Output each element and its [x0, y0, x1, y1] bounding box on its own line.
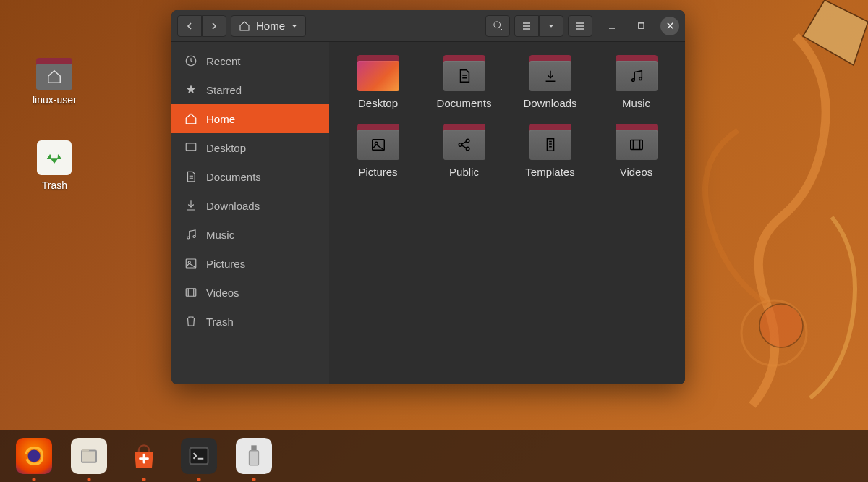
- svg-rect-18: [630, 140, 642, 150]
- desktop-icon-label: linux-user: [33, 94, 77, 106]
- dock-item-firefox[interactable]: [16, 438, 52, 474]
- sidebar-item-label: Desktop: [206, 142, 246, 154]
- sidebar-item-label: Trash: [206, 316, 234, 328]
- svg-point-7: [193, 236, 195, 238]
- folder-label: Downloads: [523, 97, 576, 109]
- back-button[interactable]: [177, 15, 202, 37]
- svg-rect-10: [186, 289, 196, 297]
- maximize-button[interactable]: [631, 17, 650, 35]
- svg-rect-5: [186, 143, 196, 151]
- document-icon: [456, 68, 472, 84]
- folder-music[interactable]: Music: [596, 55, 676, 109]
- sidebar-item-documents[interactable]: Documents: [171, 162, 329, 191]
- template-icon: [542, 137, 558, 153]
- hamburger-icon: [575, 21, 585, 31]
- sidebar: Recent Starred Home Desktop Documents Do…: [171, 42, 329, 384]
- path-bar[interactable]: Home: [231, 15, 306, 37]
- svg-rect-23: [251, 445, 256, 450]
- dock-item-terminal[interactable]: [181, 438, 217, 474]
- star-icon: [184, 83, 197, 96]
- svg-rect-3: [638, 23, 643, 28]
- minimize-button[interactable]: [603, 17, 621, 35]
- sidebar-item-downloads[interactable]: Downloads: [171, 191, 329, 220]
- chevron-left-icon: [185, 22, 194, 30]
- maximize-icon: [637, 22, 645, 30]
- desktop-icon: [184, 141, 197, 154]
- music-icon: [184, 228, 197, 241]
- desktop-icon-label: Trash: [42, 179, 67, 191]
- picture-icon: [184, 257, 197, 270]
- folder-label: Pictures: [358, 166, 397, 178]
- search-icon: [493, 20, 503, 31]
- sidebar-item-desktop[interactable]: Desktop: [171, 133, 329, 162]
- sidebar-item-label: Music: [206, 229, 234, 241]
- svg-rect-22: [190, 448, 208, 465]
- download-icon: [184, 199, 197, 212]
- firefox-icon: [22, 444, 46, 468]
- folder-label: Templates: [525, 166, 574, 178]
- sidebar-item-home[interactable]: Home: [171, 104, 329, 133]
- dock-item-software[interactable]: [126, 438, 162, 474]
- chevron-down-icon: [548, 22, 555, 30]
- home-icon: [184, 112, 197, 125]
- download-icon: [542, 68, 558, 84]
- sidebar-item-label: Downloads: [206, 200, 260, 212]
- content-area: Desktop Documents Downloads Music Pictur…: [329, 42, 685, 384]
- menu-button[interactable]: [568, 15, 592, 37]
- folder-label: Public: [449, 166, 479, 178]
- home-icon: [46, 69, 62, 85]
- dock: [0, 430, 868, 482]
- close-icon: [666, 22, 674, 30]
- desktop-icon-linux-user[interactable]: linux-user: [33, 58, 77, 106]
- folder-videos[interactable]: Videos: [596, 124, 676, 178]
- svg-point-11: [631, 79, 634, 82]
- close-button[interactable]: [660, 17, 679, 35]
- file-manager-window: Home Recent Starred: [171, 10, 685, 384]
- dock-item-files[interactable]: [71, 438, 107, 474]
- svg-rect-20: [82, 451, 96, 462]
- trash-icon: [184, 315, 197, 328]
- desktop-icon-trash[interactable]: Trash: [33, 140, 77, 191]
- svg-point-1: [741, 300, 807, 365]
- folder-documents[interactable]: Documents: [424, 55, 504, 109]
- folder-pictures[interactable]: Pictures: [338, 124, 418, 178]
- sidebar-item-starred[interactable]: Starred: [171, 75, 329, 104]
- list-view-button[interactable]: [514, 15, 539, 37]
- sidebar-item-label: Videos: [206, 287, 239, 299]
- picture-icon: [370, 137, 386, 153]
- sidebar-item-pictures[interactable]: Pictures: [171, 249, 329, 278]
- usb-icon: [246, 444, 262, 468]
- svg-point-6: [187, 237, 190, 239]
- sidebar-item-recent[interactable]: Recent: [171, 46, 329, 75]
- folder-public[interactable]: Public: [424, 124, 504, 178]
- folder-templates[interactable]: Templates: [510, 124, 590, 178]
- folder-label: Documents: [437, 97, 492, 109]
- home-icon: [239, 20, 250, 32]
- terminal-icon: [188, 445, 210, 467]
- view-options-button[interactable]: [539, 15, 563, 37]
- dock-item-usb[interactable]: [236, 438, 272, 474]
- share-icon: [456, 137, 472, 153]
- sidebar-item-music[interactable]: Music: [171, 220, 329, 249]
- search-button[interactable]: [485, 15, 510, 37]
- folder-desktop[interactable]: Desktop: [338, 55, 418, 109]
- titlebar: Home: [171, 10, 685, 42]
- list-icon: [522, 21, 532, 31]
- svg-point-0: [760, 304, 803, 347]
- folder-downloads[interactable]: Downloads: [510, 55, 590, 109]
- folder-label: Desktop: [358, 97, 398, 109]
- svg-rect-21: [82, 449, 89, 452]
- forward-button[interactable]: [202, 15, 226, 37]
- clock-icon: [184, 54, 197, 67]
- document-icon: [184, 170, 197, 183]
- sidebar-item-label: Pictures: [206, 258, 245, 270]
- sidebar-item-label: Recent: [206, 55, 241, 67]
- svg-point-12: [639, 77, 642, 80]
- sidebar-item-trash[interactable]: Trash: [171, 307, 329, 336]
- music-icon: [629, 68, 644, 84]
- shopping-bag-icon: [128, 440, 160, 472]
- sidebar-item-label: Home: [206, 113, 235, 125]
- sidebar-item-videos[interactable]: Videos: [171, 278, 329, 307]
- path-label: Home: [256, 20, 285, 32]
- svg-point-2: [493, 22, 500, 28]
